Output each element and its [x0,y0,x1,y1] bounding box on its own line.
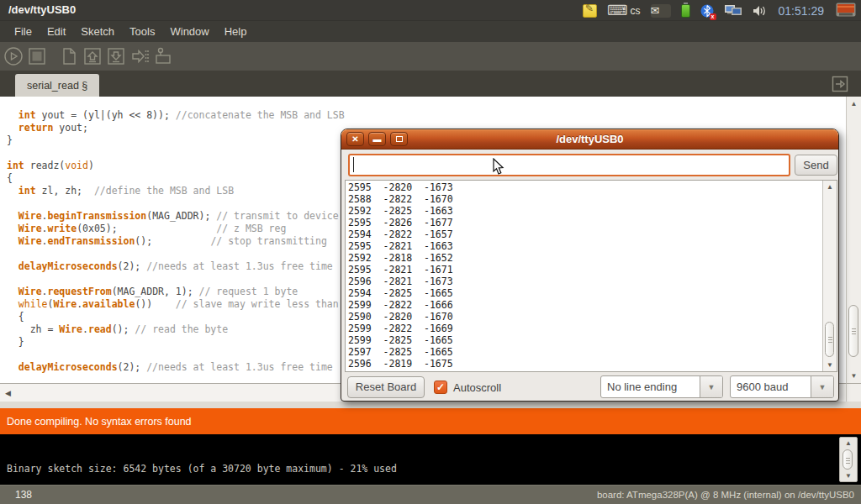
new-sketch-button[interactable] [59,46,79,66]
tab-serial-read[interactable]: serial_read § [15,74,99,97]
serial-output-area[interactable]: 2595 -2820 -16732588 -2822 -16702592 -28… [345,180,837,372]
tab-menu-button[interactable] [831,75,849,93]
serial-data-row: 2596 -2821 -1673 [348,276,453,287]
console-scrollbar-thumb[interactable] [843,449,853,470]
serial-data-row: 2596 -2819 -1675 [348,358,453,370]
code-line: { [7,172,345,185]
code-line: Wire.beginTransmission(MAG_ADDR); // tra… [7,210,345,223]
serial-data-row: 2594 -2822 -1657 [348,228,453,240]
scroll-down-icon[interactable]: ▼ [847,372,861,380]
scroll-up-icon[interactable]: ▲ [840,439,857,447]
menu-item-help[interactable]: Help [217,23,255,40]
compile-status-message: Done compiling. No syntax errors found [7,416,192,428]
scroll-up-icon[interactable]: ▲ [847,100,861,108]
panel-clock[interactable]: 01:51:29 [779,4,825,18]
battery-icon[interactable] [681,4,690,18]
line-number-indicator: 138 [15,489,32,501]
code-content: int yout = (yl|(yh << 8)); //concatenate… [7,109,345,374]
scrollbar-corner [846,383,861,402]
autoscroll-checkbox[interactable]: ✓ [434,381,447,394]
volume-indicator[interactable] [753,4,767,18]
serial-data-row: 2595 -2820 -1673 [348,181,453,193]
tab-bar: serial_read § [0,71,861,97]
code-line: } [7,134,345,147]
console-scrollbar[interactable]: ▲ ▼ [839,437,858,482]
baud-rate-dropdown[interactable]: 9600 baud ▼ [730,375,834,398]
compile-status-bar: Done compiling. No syntax errors found [0,408,861,434]
editor-bottom-divider [0,402,861,408]
board-info-label: board: ATmega328P(A) @ 8 MHz (internal) … [597,490,854,500]
save-down-arrow-icon [106,46,126,66]
bluetooth-disabled-badge: x [710,13,716,20]
menu-item-edit[interactable]: Edit [40,23,73,40]
session-indicator[interactable] [836,3,856,18]
send-button[interactable]: Send [795,155,837,176]
serial-data-row: 2590 -2820 -1670 [348,311,453,323]
serial-data-row: 2599 -2825 -1665 [348,334,453,346]
code-line: Wire.requestFrom(MAG_ADDR, 1); // reques… [7,286,345,298]
serial-data-row: 2599 -2822 -1666 [348,299,453,311]
verify-play-icon [3,46,24,66]
code-line [7,147,345,160]
menu-item-tools[interactable]: Tools [122,23,162,40]
menu-item-sketch[interactable]: Sketch [73,23,122,40]
baud-rate-value: 9600 baud [731,376,811,397]
serial-data-row: 2594 -2825 -1665 [348,287,453,299]
save-sketch-button[interactable] [106,46,126,66]
line-ending-dropdown[interactable]: No line ending ▼ [600,375,723,398]
code-line: delayMicroseconds(2); //needs at least 1… [7,361,345,374]
line-ending-value: No line ending [601,376,700,397]
serial-monitor-titlebar[interactable]: ✕ ▬ /dev/ttyUSB0 [341,129,838,150]
code-line: { [7,311,345,323]
code-line: zh = Wire.read(); // read the byte [7,323,345,336]
scroll-up-icon[interactable]: ▲ [823,183,837,191]
serial-scrollbar-thumb[interactable] [825,322,834,357]
scroll-down-icon[interactable]: ▼ [823,361,837,369]
serial-data-row: 2595 -2821 -1671 [348,264,453,276]
text-caret [353,157,354,172]
code-line: delayMicroseconds(2); //needs at least 1… [7,260,345,273]
chevron-down-icon[interactable]: ▼ [811,376,833,397]
serial-output-rows: 2595 -2820 -16732588 -2822 -16702592 -28… [348,181,453,370]
upload-arrow-icon [129,46,150,66]
code-line: int readz(void) [7,160,345,172]
speaker-icon [753,4,767,18]
serial-data-row: 2592 -2818 -1652 [348,252,453,264]
serial-data-row: 2588 -2822 -1670 [348,193,453,205]
reset-board-button[interactable]: Reset Board [347,376,425,398]
keyboard-layout-indicator[interactable]: ⌨ cs [607,2,641,19]
menu-item-window[interactable]: Window [162,23,216,40]
editor-vertical-scrollbar[interactable]: ▲ ▼ [846,97,861,383]
status-footer: 138 board: ATmega328P(A) @ 8 MHz (intern… [0,485,861,504]
mail-icon[interactable]: ✉ [651,4,671,18]
editor-scrollbar-thumb[interactable] [848,305,858,357]
serial-send-input[interactable] [348,154,790,176]
code-line: int yout = (yl|(yh << 8)); //concatenate… [7,109,345,122]
notes-icon[interactable]: ✎ [583,4,597,18]
serial-data-row: 2599 -2822 -1669 [348,323,453,334]
serial-monitor-button[interactable] [153,46,173,66]
chevron-down-icon[interactable]: ▼ [700,376,722,397]
session-monitor-icon [836,3,856,18]
code-line: } [7,336,345,349]
code-line [7,248,345,260]
stop-button[interactable] [27,46,47,66]
network-indicator[interactable] [724,3,742,18]
bluetooth-indicator[interactable]: x [700,3,714,18]
serial-output-scrollbar[interactable]: ▲ ▼ [822,181,837,371]
upload-button[interactable] [129,46,150,66]
code-line [7,197,345,210]
mouse-cursor [493,158,506,176]
scroll-left-icon[interactable]: ◀ [5,389,11,397]
console-output: Binary sketch size: 6542 bytes (of a 307… [0,434,861,485]
toolbar [0,42,861,71]
code-line: Wire.write(0x05); // z MSB reg [7,223,345,235]
open-sketch-button[interactable] [82,46,103,66]
code-line: int zl, zh; //define the MSB and LSB [7,185,345,197]
serial-monitor-window: ✕ ▬ /dev/ttyUSB0 Send 2595 -2820 -167325… [341,129,839,402]
verify-button[interactable] [3,46,24,66]
system-tray: ✎ ⌨ cs ✉ x 01:51:29 [578,2,861,19]
menu-item-file[interactable]: File [7,23,40,40]
open-up-arrow-icon [82,46,103,66]
scroll-down-icon[interactable]: ▼ [840,472,857,480]
